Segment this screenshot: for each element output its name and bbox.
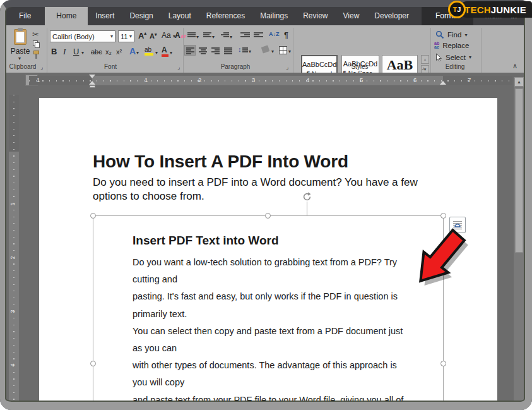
copy-icon[interactable] <box>33 40 40 48</box>
styles-dialog-launcher[interactable]: ⌟ <box>422 64 424 70</box>
hanging-indent-marker[interactable] <box>89 81 95 85</box>
right-indent-marker[interactable] <box>440 81 446 85</box>
ruler-number: 1 <box>145 76 148 83</box>
font-dialog-launcher[interactable]: ⌟ <box>177 64 180 70</box>
multilevel-dropdown-arrow[interactable]: ▾ <box>230 34 232 40</box>
document-title: How To Insert A PDF Into Word <box>93 152 348 172</box>
vertical-scrollbar[interactable]: ▲ <box>514 77 524 410</box>
format-painter-icon[interactable] <box>33 51 40 59</box>
scroll-up-button[interactable]: ▲ <box>514 77 524 87</box>
vruler-number: 4 <box>9 363 16 366</box>
horizontal-ruler[interactable]: 1 1 2 3 4 5 6 7 <box>29 76 512 85</box>
line-spacing-button[interactable]: ↕ <box>238 45 248 53</box>
rotate-handle-stem <box>307 202 307 215</box>
find-label: Find <box>447 31 461 39</box>
tab-design[interactable]: Design <box>122 7 160 25</box>
first-line-indent-marker[interactable] <box>89 75 95 78</box>
tab-review[interactable]: Review <box>295 7 335 25</box>
bold-button[interactable]: B <box>51 47 57 56</box>
change-case-button[interactable]: Aa ▾ <box>162 31 175 40</box>
grow-font-button[interactable]: A▴ <box>138 31 146 40</box>
font-color-dropdown-arrow[interactable]: ▾ <box>170 50 172 56</box>
document-area: L 1 1 2 3 4 5 6 7 1 2 3 4 <box>0 73 532 410</box>
align-right-button[interactable] <box>211 47 220 55</box>
find-button[interactable]: Find▾ <box>435 30 467 39</box>
decrease-indent-button[interactable] <box>240 32 250 38</box>
ruler-number: 2 <box>198 76 201 83</box>
ruler-number: 4 <box>306 76 309 83</box>
borders-dropdown-arrow[interactable]: ▾ <box>288 49 291 54</box>
justify-button[interactable] <box>224 47 232 55</box>
left-indent-marker[interactable] <box>90 85 95 88</box>
ribbon: Paste ▾ ✂ Clipboard ⌟ Calibri (Body)▾ 11… <box>0 25 532 73</box>
tab-view[interactable]: View <box>336 7 367 25</box>
intro-paragraph: Do you need to insert a PDF into a Word … <box>93 176 418 203</box>
tab-mailings[interactable]: Mailings <box>252 7 295 25</box>
highlight-button[interactable]: ab <box>145 46 153 56</box>
paste-dropdown-arrow[interactable]: ▾ <box>18 56 21 61</box>
vruler-ticks <box>13 95 15 410</box>
techjunkie-logo: TJ TECHJUNKIE <box>459 1 532 18</box>
font-name-value: Calibri (Body) <box>52 33 95 40</box>
text-effects-button[interactable]: A <box>129 46 136 56</box>
ruler-number: 5 <box>360 76 363 83</box>
tab-home[interactable]: Home <box>45 7 88 25</box>
align-left-button[interactable] <box>184 45 196 56</box>
underline-dropdown-arrow[interactable]: ▾ <box>81 50 84 56</box>
clear-formatting-button[interactable]: A <box>175 31 186 40</box>
vertical-ruler[interactable]: 1 2 3 4 <box>9 95 19 410</box>
select-button[interactable]: Select▾ <box>435 53 471 61</box>
styles-scroll-up-button[interactable]: ▴ <box>421 55 429 64</box>
select-label: Select <box>446 54 466 61</box>
increase-indent-button[interactable] <box>254 32 263 38</box>
highlight-dropdown-arrow[interactable]: ▾ <box>155 50 158 56</box>
shrink-font-button[interactable]: A▾ <box>150 32 157 40</box>
replace-button[interactable]: ab ac Replace <box>434 42 469 49</box>
search-icon <box>435 30 444 39</box>
borders-button[interactable] <box>279 46 287 54</box>
clipboard-dialog-launcher[interactable]: ⌟ <box>40 64 43 70</box>
strikethrough-button[interactable]: abc <box>91 48 102 56</box>
bullets-button[interactable] <box>187 32 196 38</box>
word-window: File Home Insert Design Layout Reference… <box>0 0 532 410</box>
align-center-button[interactable] <box>199 47 207 55</box>
font-name-combo[interactable]: Calibri (Body)▾ <box>50 30 115 42</box>
cut-icon[interactable]: ✂ <box>32 30 39 39</box>
replace-icon: ab ac <box>434 42 439 49</box>
textbox-paragraph: Do you want a low-tech solution to grabb… <box>133 254 404 410</box>
clipboard-group-label: Clipboard <box>5 63 40 70</box>
numbering-button[interactable] <box>203 32 211 38</box>
textbox-line: with other types of documents. The advan… <box>133 357 404 391</box>
ruler-number: 3 <box>252 76 255 83</box>
subscript-button[interactable]: x₂ <box>105 48 112 56</box>
bullets-dropdown-arrow[interactable]: ▾ <box>196 34 199 40</box>
resize-handle-top-right[interactable] <box>440 213 446 219</box>
scrollbar-thumb[interactable] <box>515 88 523 253</box>
text-effects-dropdown-arrow[interactable]: ▾ <box>136 50 139 56</box>
paragraph-dialog-launcher[interactable]: ⌟ <box>286 64 288 70</box>
show-hide-pilcrow-button[interactable]: ¶ <box>284 30 288 40</box>
resize-handle-middle-right[interactable] <box>440 361 446 366</box>
tab-layout[interactable]: Layout <box>161 7 199 25</box>
shading-bucket-icon[interactable] <box>261 45 270 54</box>
superscript-button[interactable]: x² <box>116 48 122 56</box>
tab-insert[interactable]: Insert <box>88 7 122 25</box>
collapse-ribbon-button[interactable]: ∧ <box>512 62 517 70</box>
resize-handle-top-left[interactable] <box>90 213 96 219</box>
italic-button[interactable]: I <box>63 47 66 57</box>
line-spacing-dropdown-arrow[interactable]: ▾ <box>249 49 251 54</box>
tab-references[interactable]: References <box>199 7 252 25</box>
underline-button[interactable]: U <box>73 47 79 56</box>
vruler-number: 3 <box>9 310 16 313</box>
resize-handle-top-center[interactable] <box>265 213 271 219</box>
font-color-button[interactable]: A <box>162 45 168 57</box>
sort-button[interactable]: A↓Z <box>269 31 280 37</box>
font-size-combo[interactable]: 11▾ <box>118 30 134 42</box>
resize-handle-middle-left[interactable] <box>90 361 96 366</box>
shading-dropdown-arrow[interactable]: ▾ <box>271 49 274 54</box>
ruler-number: 6 <box>413 76 417 83</box>
tab-file[interactable]: File <box>9 7 41 25</box>
tab-developer[interactable]: Developer <box>367 7 417 25</box>
multilevel-list-button[interactable] <box>221 32 229 38</box>
numbering-dropdown-arrow[interactable]: ▾ <box>212 34 215 40</box>
